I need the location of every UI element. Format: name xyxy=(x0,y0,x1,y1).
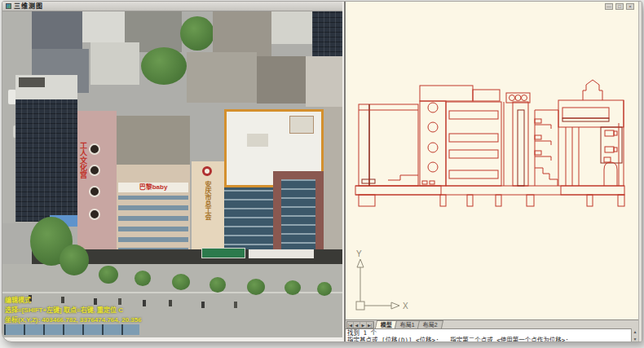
window-controls: — □ × xyxy=(605,3,634,10)
storefront-sign-strip: 巴黎baby xyxy=(118,183,188,192)
restore-button[interactable]: □ xyxy=(615,3,624,10)
rooftop-block xyxy=(257,56,306,104)
rooftop-block xyxy=(324,107,342,262)
left-pane-titlebar: 三维测图 xyxy=(2,2,342,11)
building-tan-windows xyxy=(118,196,188,253)
app-window: 三维测图 xyxy=(2,1,642,342)
edit-mode-overlay: 编辑模式选择=[SHIFT+左键] 取点=右键, 重定位 C坐标(X,Y,Z):… xyxy=(5,296,142,325)
tree xyxy=(60,244,89,275)
building-tan-roof xyxy=(117,116,190,165)
layout-tabbar: |◀ ◀ ▶ ▶| 模型 布局1 布局2 xyxy=(346,319,640,328)
overlay-line-1: 编辑模式 xyxy=(5,297,31,304)
overlay-line-3: 坐标(X,Y,Z): 403466.782, 3376474.764, 20.3… xyxy=(5,316,142,324)
tree xyxy=(247,279,265,295)
sign-pink-tower: 工人文化宫 xyxy=(79,142,86,178)
rooftop-block xyxy=(82,11,125,42)
tab-first-icon[interactable]: |◀ xyxy=(347,322,354,328)
cad-elevation-drawing[interactable] xyxy=(349,55,639,233)
bottom-blue-panels xyxy=(4,324,139,335)
sign-cream-building: 安庆市总工会 xyxy=(204,181,210,220)
rooftop-block xyxy=(213,11,271,57)
roof-structure xyxy=(289,116,314,134)
overlay-line-2: 选择=[SHIFT+左键] 取点=右键, 重定位 C xyxy=(5,306,123,314)
photo-3d-viewport[interactable]: 工人文化宫 巴黎baby 安庆市总工会 xyxy=(2,11,342,337)
command-line[interactable]: 找到 1 个指定基点或 [位移(D)] <位移>: 指定第二个点或 <使用第一个… xyxy=(346,328,640,342)
tree xyxy=(141,47,187,85)
tab-next-icon[interactable]: ▶ xyxy=(360,322,367,328)
ucs-axis-icon: Y X xyxy=(349,249,414,319)
tab-nav-arrows[interactable]: |◀ ◀ ▶ ▶| xyxy=(346,321,374,328)
sign-storefront: 巴黎baby xyxy=(139,183,168,191)
tab-last-icon[interactable]: ▶| xyxy=(367,322,373,328)
round-window xyxy=(89,143,100,155)
round-window xyxy=(89,209,100,220)
y-axis-label: Y xyxy=(356,249,362,258)
tree xyxy=(172,274,190,290)
rooftop-block xyxy=(90,42,139,85)
tree xyxy=(210,277,226,293)
tab-layout2[interactable]: 布局2 xyxy=(417,320,443,328)
tree xyxy=(285,280,301,295)
app-icon xyxy=(6,3,11,9)
minimize-button[interactable]: — xyxy=(605,3,613,10)
shop-sign-green[interactable] xyxy=(201,248,245,258)
rooftop-block xyxy=(271,11,312,44)
building-dark-glass xyxy=(15,99,77,222)
building-pink-tower xyxy=(77,111,117,254)
shop-sign-white xyxy=(249,249,314,258)
tree xyxy=(317,282,332,296)
building-blue-glass xyxy=(224,187,273,254)
tab-prev-icon[interactable]: ◀ xyxy=(354,322,360,328)
round-window xyxy=(89,165,100,176)
rooftop-block xyxy=(312,11,342,62)
rooftop-block xyxy=(32,11,82,49)
scooter xyxy=(234,302,237,308)
command-scrollbar[interactable]: ▲▼ xyxy=(631,328,638,342)
left-pane-title: 三维测图 xyxy=(14,3,43,10)
scooter xyxy=(143,300,146,306)
cad-pane: — □ × Y X |◀ ◀ ▶ xyxy=(344,2,638,342)
command-line-1: 找到 1 个 xyxy=(347,329,377,337)
rooftop-block xyxy=(306,56,342,107)
rooftop-block xyxy=(187,52,257,103)
round-window xyxy=(89,186,100,197)
scooter xyxy=(169,300,172,306)
tree xyxy=(180,16,214,51)
emblem-ring xyxy=(202,166,212,176)
command-line-2: 指定基点或 [位移(D)] <位移>: 指定第二个点或 <使用第一个点作为位移>… xyxy=(347,337,569,342)
tree xyxy=(135,271,151,286)
close-button[interactable]: × xyxy=(626,3,634,10)
x-axis-label: X xyxy=(403,302,408,311)
scooter xyxy=(201,302,205,308)
tree xyxy=(99,266,118,284)
screen: 三维测图 xyxy=(0,0,644,348)
roof-patch xyxy=(19,77,45,87)
window-right-edge xyxy=(638,2,642,342)
roof-structure xyxy=(247,134,268,147)
building-maroon-glass xyxy=(281,179,315,253)
